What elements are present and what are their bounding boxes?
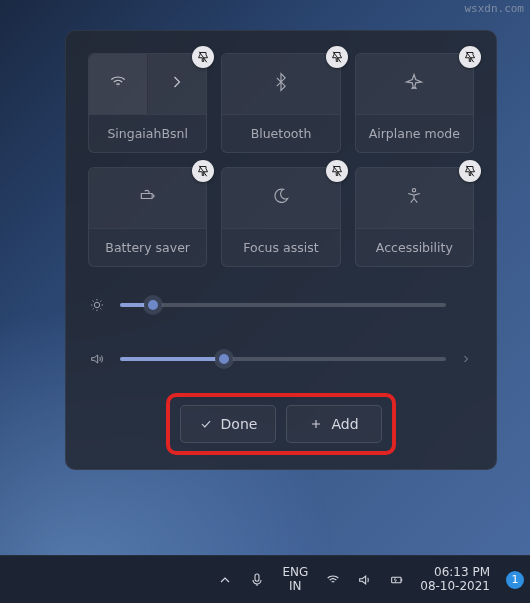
moon-icon (271, 186, 291, 209)
unpin-button[interactable] (192, 160, 214, 182)
volume-expand[interactable] (460, 350, 474, 369)
tile-battery-saver: Battery saver (88, 167, 207, 267)
tray-battery-icon[interactable] (386, 556, 408, 604)
accessibility-toggle[interactable] (356, 168, 473, 229)
tile-airplane-mode: Airplane mode (355, 53, 474, 153)
brightness-icon (88, 297, 106, 313)
airplane-toggle[interactable] (356, 54, 473, 115)
tile-bluetooth: Bluetooth (221, 53, 340, 153)
tile-label: Bluetooth (251, 115, 312, 152)
wifi-icon (108, 72, 128, 95)
done-button[interactable]: Done (180, 405, 276, 443)
unpin-button[interactable] (326, 46, 348, 68)
svg-rect-2 (255, 574, 259, 581)
bluetooth-icon (271, 72, 291, 95)
focus-assist-toggle[interactable] (222, 168, 339, 229)
battery-leaf-icon (138, 186, 158, 209)
accessibility-icon (404, 186, 424, 209)
unpin-button[interactable] (326, 160, 348, 182)
tile-label: SingaiahBsnl (107, 115, 187, 152)
check-icon (199, 417, 213, 431)
done-label: Done (221, 416, 258, 432)
clock[interactable]: 06:13 PM 08-10-2021 (418, 566, 492, 594)
watermark: wsxdn.com (464, 2, 524, 15)
brightness-slider[interactable] (120, 303, 446, 307)
tray-volume-icon[interactable] (354, 556, 376, 604)
add-label: Add (331, 416, 358, 432)
microphone-icon[interactable] (246, 556, 268, 604)
quick-settings-panel: SingaiahBsnl Bluetooth A (65, 30, 497, 470)
tile-accessibility: Accessibility (355, 167, 474, 267)
unpin-button[interactable] (459, 160, 481, 182)
tile-label: Airplane mode (369, 115, 460, 152)
time: 06:13 PM (420, 566, 490, 580)
language-indicator[interactable]: ENG IN (278, 566, 312, 594)
tile-focus-assist: Focus assist (221, 167, 340, 267)
add-button[interactable]: Add (286, 405, 382, 443)
airplane-icon (404, 72, 424, 95)
tray-wifi-icon[interactable] (322, 556, 344, 604)
lang-top: ENG (282, 566, 308, 580)
tray-overflow-chevron[interactable] (214, 556, 236, 604)
unpin-button[interactable] (192, 46, 214, 68)
volume-slider[interactable] (120, 357, 446, 361)
plus-icon (309, 417, 323, 431)
edit-actions-callout: Done Add (166, 393, 396, 455)
notif-count: 1 (512, 573, 519, 586)
svg-point-0 (413, 189, 416, 192)
tile-label: Accessibility (376, 229, 453, 266)
taskbar: ENG IN 06:13 PM 08-10-2021 1 (0, 555, 530, 603)
tile-label: Focus assist (243, 229, 318, 266)
brightness-row (88, 289, 474, 321)
tile-label: Battery saver (105, 229, 190, 266)
svg-point-1 (94, 302, 99, 307)
battery-saver-toggle[interactable] (89, 168, 206, 229)
wifi-toggle[interactable] (89, 54, 148, 114)
quick-tiles-grid: SingaiahBsnl Bluetooth A (88, 53, 474, 267)
bluetooth-toggle[interactable] (222, 54, 339, 115)
chevron-right-icon (167, 72, 187, 95)
notification-badge[interactable]: 1 (506, 571, 524, 589)
volume-row (88, 343, 474, 375)
volume-icon (88, 351, 106, 367)
unpin-button[interactable] (459, 46, 481, 68)
date: 08-10-2021 (420, 580, 490, 594)
lang-bottom: IN (282, 580, 308, 594)
tile-wifi: SingaiahBsnl (88, 53, 207, 153)
